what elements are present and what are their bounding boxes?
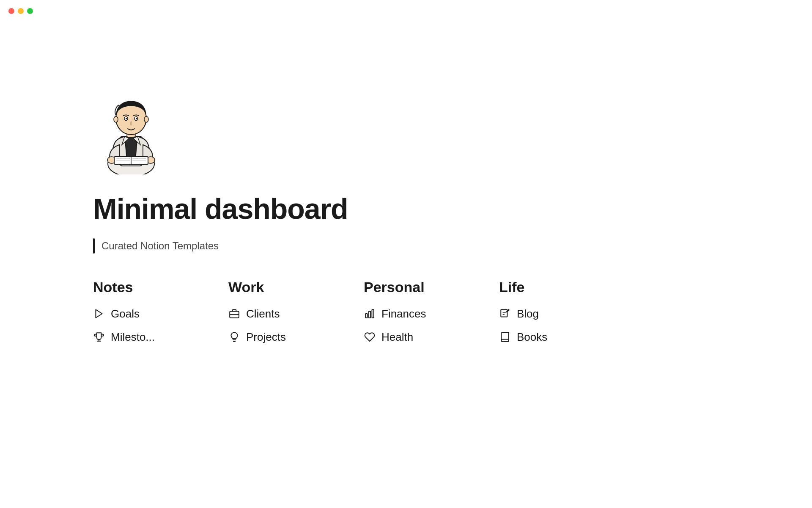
svg-point-15 <box>126 118 127 119</box>
section-title-notes: Notes <box>93 279 211 295</box>
section-items-personal: Finances Health <box>364 306 482 345</box>
item-label-clients: Clients <box>246 307 280 320</box>
svg-rect-25 <box>501 310 507 317</box>
briefcase-icon <box>228 308 240 320</box>
grid-sections: Notes Goals Milesto... <box>93 279 787 345</box>
item-finances[interactable]: Finances <box>364 306 482 322</box>
maximize-button[interactable] <box>27 8 33 14</box>
subtitle-bar <box>93 238 95 254</box>
trophy-icon <box>93 331 105 343</box>
barchart-icon <box>364 308 376 320</box>
item-label-projects: Projects <box>246 331 286 344</box>
heart-icon <box>364 331 376 343</box>
section-work: Work Clients <box>228 279 347 345</box>
minimize-button[interactable] <box>18 8 24 14</box>
item-label-blog: Blog <box>517 307 539 320</box>
section-notes: Notes Goals Milesto... <box>93 279 211 345</box>
subtitle-container: Curated Notion Templates <box>93 238 787 254</box>
svg-rect-22 <box>365 314 367 318</box>
item-milestones[interactable]: Milesto... <box>93 329 211 345</box>
edit-icon <box>499 308 511 320</box>
section-items-work: Clients Projects <box>228 306 347 345</box>
item-label-milestones: Milesto... <box>111 331 155 344</box>
person-illustration <box>93 90 169 174</box>
section-title-work: Work <box>228 279 347 295</box>
item-label-finances: Finances <box>381 307 426 320</box>
main-content: Minimal dashboard Curated Notion Templat… <box>68 22 812 508</box>
svg-point-18 <box>144 116 148 122</box>
item-blog[interactable]: Blog <box>499 306 617 322</box>
section-personal: Personal Finances <box>364 279 482 345</box>
item-label-books: Books <box>517 331 547 344</box>
item-health[interactable]: Health <box>364 329 482 345</box>
section-items-life: Blog Books <box>499 306 617 345</box>
svg-marker-19 <box>96 310 102 318</box>
item-goals[interactable]: Goals <box>93 306 211 322</box>
item-projects[interactable]: Projects <box>228 329 347 345</box>
svg-point-17 <box>114 116 118 122</box>
svg-rect-23 <box>369 312 370 318</box>
book-icon <box>499 331 511 343</box>
close-button[interactable] <box>8 8 14 14</box>
item-books[interactable]: Books <box>499 329 617 345</box>
section-title-personal: Personal <box>364 279 482 295</box>
item-label-health: Health <box>381 331 413 344</box>
subtitle-text: Curated Notion Templates <box>102 240 219 252</box>
item-label-goals: Goals <box>111 307 140 320</box>
page-title: Minimal dashboard <box>93 193 787 225</box>
illustration-area <box>93 90 787 176</box>
section-life: Life Blog <box>499 279 617 345</box>
section-items-notes: Goals Milesto... <box>93 306 211 345</box>
lightbulb-icon <box>228 331 240 343</box>
section-title-life: Life <box>499 279 617 295</box>
svg-point-16 <box>136 118 137 119</box>
play-icon <box>93 308 105 320</box>
svg-rect-24 <box>372 310 373 318</box>
item-clients[interactable]: Clients <box>228 306 347 322</box>
titlebar <box>0 0 812 22</box>
